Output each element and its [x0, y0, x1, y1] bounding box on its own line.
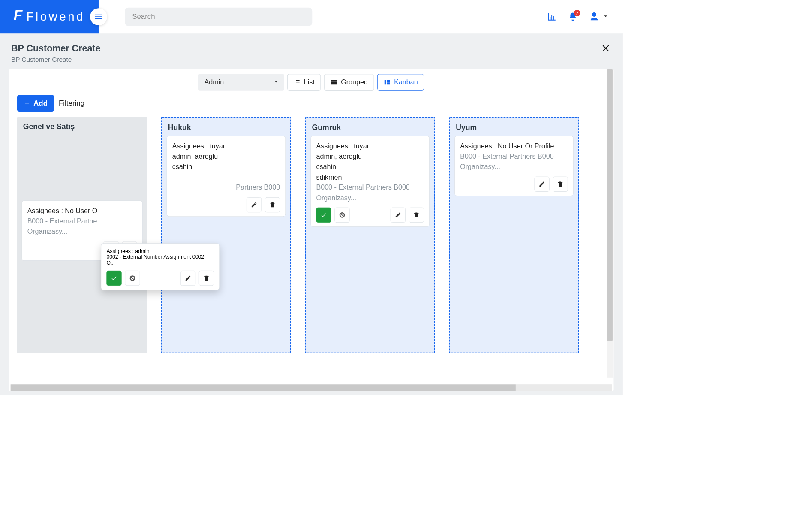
delete-button[interactable]	[265, 197, 280, 212]
user-menu[interactable]	[589, 11, 610, 22]
pencil-icon	[395, 212, 401, 218]
card-assignees: Assignees : admin	[106, 248, 214, 254]
plus-icon	[24, 100, 30, 106]
add-button[interactable]: Add	[17, 95, 54, 112]
brand-name: Flowend	[27, 10, 85, 24]
card-line: admin, aeroglu	[172, 151, 280, 161]
card-desc: Partners B000	[172, 182, 280, 193]
top-actions: 7	[547, 11, 623, 22]
approve-button[interactable]	[106, 271, 121, 286]
kanban-card[interactable]: Assignees : tuyar admin, aeroglu csahin …	[167, 136, 286, 217]
page-subtitle: BP Customer Create	[11, 56, 100, 63]
approve-button[interactable]	[316, 208, 331, 223]
card-desc: 0002 - External Number Assignment 0002 O…	[106, 254, 214, 266]
bar-chart-icon	[547, 12, 557, 21]
column-title: Uyum	[450, 118, 578, 136]
page-header: BP Customer Create BP Customer Create	[9, 42, 613, 69]
check-icon	[320, 212, 327, 218]
add-button-label: Add	[33, 99, 48, 108]
caret-down-icon	[273, 78, 278, 86]
kanban-column-uyum: Uyum Assignees : No User Or Profile B000…	[449, 117, 579, 353]
delete-button[interactable]	[199, 271, 214, 286]
kanban-column-hukuk: Hukuk Assignees : tuyar admin, aeroglu c…	[161, 117, 292, 353]
kanban-column-genel: Genel ve Satış Assignees : No User O B00…	[17, 117, 147, 353]
kanban-icon	[384, 78, 391, 86]
edit-button[interactable]	[180, 271, 195, 286]
view-list-label: List	[304, 78, 315, 86]
ban-icon	[129, 275, 135, 281]
card-desc: B000 - External Partners B000 Organizasy…	[460, 151, 568, 172]
search-wrap	[125, 7, 312, 26]
role-select-value: Admin	[205, 78, 224, 86]
column-title: Gumruk	[306, 118, 434, 136]
card-line: admin, aeroglu	[316, 151, 424, 161]
topbar: F Flowend 7	[0, 0, 623, 33]
column-title: Hukuk	[162, 118, 290, 136]
trash-icon	[557, 181, 563, 187]
column-title: Genel ve Satış	[17, 117, 147, 135]
brand-logo: F Flowend	[14, 9, 85, 25]
table-icon	[331, 78, 338, 86]
brand-mark-icon: F	[14, 6, 24, 23]
edit-button[interactable]	[247, 197, 262, 212]
analytics-button[interactable]	[547, 12, 557, 21]
view-kanban-label: Kanban	[394, 78, 418, 86]
edit-button[interactable]	[391, 208, 406, 223]
view-grouped-label: Grouped	[341, 78, 368, 86]
dragging-card[interactable]: Assignees : admin 0002 - External Number…	[101, 243, 220, 290]
card-desc: B000 - External Partne	[27, 216, 137, 226]
delete-button[interactable]	[409, 208, 424, 223]
kanban-card[interactable]: Assignees : tuyar admin, aeroglu csahin …	[310, 136, 430, 227]
kanban-card[interactable]: Assignees : No User Or Profile B000 - Ex…	[454, 136, 574, 196]
view-list-button[interactable]: List	[287, 74, 321, 90]
trash-icon	[203, 275, 210, 281]
kanban-column-gumruk: Gumruk Assignees : tuyar admin, aeroglu …	[305, 117, 435, 353]
main-panel: Admin List Grouped Kanban	[9, 69, 613, 391]
delete-button[interactable]	[553, 176, 568, 191]
card-assignees: Assignees : tuyar	[316, 141, 424, 151]
search-input[interactable]	[125, 7, 312, 26]
reject-button[interactable]	[334, 208, 349, 223]
hamburger-icon	[94, 12, 103, 21]
card-line: sdikmen	[316, 172, 424, 182]
card-assignees: Assignees : tuyar	[172, 141, 280, 151]
page-title: BP Customer Create	[11, 43, 100, 54]
kanban-board: Genel ve Satış Assignees : No User O B00…	[9, 115, 613, 355]
menu-toggle-button[interactable]	[90, 8, 107, 25]
card-assignees: Assignees : No User Or Profile	[460, 141, 568, 151]
close-page-button[interactable]	[601, 43, 611, 54]
card-assignees: Assignees : No User O	[27, 205, 137, 216]
notifications-button[interactable]: 7	[568, 12, 578, 21]
user-avatar-icon	[589, 11, 600, 22]
reject-button[interactable]	[125, 271, 140, 286]
filtering-label[interactable]: Filtering	[59, 99, 84, 108]
card-line: csahin	[316, 161, 424, 172]
trash-icon	[413, 212, 420, 218]
view-grouped-button[interactable]: Grouped	[324, 74, 374, 90]
card-desc2: Organizasy...	[27, 226, 137, 236]
pencil-icon	[185, 275, 191, 281]
check-icon	[111, 275, 117, 281]
card-desc: B000 - External Partners B000 Organizasy…	[316, 182, 424, 203]
card-line: csahin	[172, 161, 280, 172]
pencil-icon	[538, 181, 545, 187]
content-area: BP Customer Create BP Customer Create Ad…	[0, 33, 623, 395]
list-icon	[293, 78, 301, 86]
close-icon	[601, 43, 611, 53]
card-line	[172, 172, 280, 182]
role-select[interactable]: Admin	[198, 74, 284, 90]
brand-area: F Flowend	[0, 0, 99, 33]
action-toolbar: Add Filtering	[9, 94, 613, 115]
chevron-down-icon	[602, 12, 609, 21]
trash-icon	[269, 202, 276, 208]
view-kanban-button[interactable]: Kanban	[377, 74, 424, 90]
vertical-scrollbar[interactable]	[607, 69, 613, 378]
view-toolbar: Admin List Grouped Kanban	[9, 69, 613, 94]
edit-button[interactable]	[534, 176, 549, 191]
pencil-icon	[251, 202, 257, 208]
ban-icon	[339, 212, 345, 218]
notification-count-badge: 7	[574, 10, 580, 16]
horizontal-scrollbar[interactable]	[9, 384, 613, 391]
